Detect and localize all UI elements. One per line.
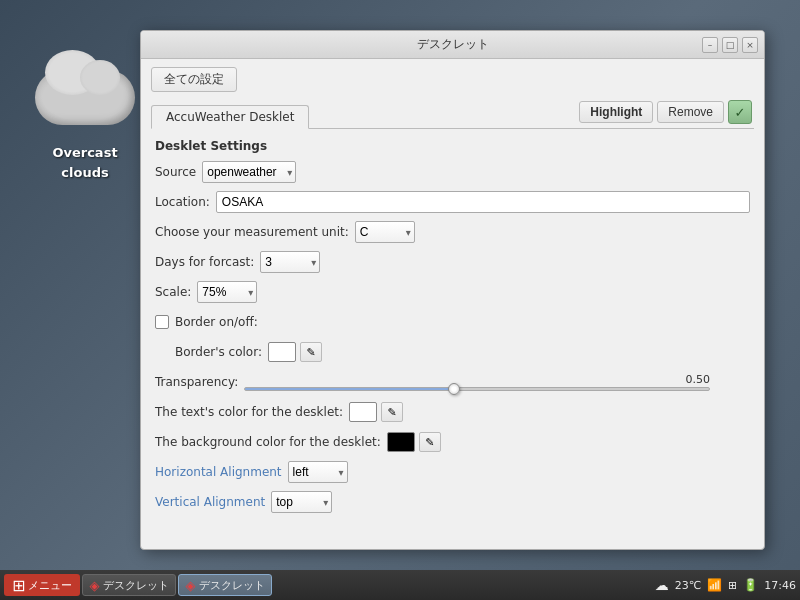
scale-row: Scale: 75% 100% 125% [155,281,750,303]
taskbar-right: ☁ 23℃ 📶 ⊞ 🔋 17:46 [655,577,796,593]
bg-color-row: The background color for the desklet: ✎ [155,431,750,453]
highlight-button[interactable]: Highlight [579,101,653,123]
settings-content: Desklet Settings Source openweather Loca… [151,139,754,513]
border-color-pencil-button[interactable]: ✎ [300,342,322,362]
dialog-body: 全ての設定 AccuWeather Desklet Highlight Remo… [141,59,764,529]
location-row: Location: [155,191,750,213]
measure-select[interactable]: C F [355,221,415,243]
measure-select-wrapper: C F [355,221,415,243]
location-label: Location: [155,195,210,209]
tab-accuweather[interactable]: AccuWeather Desklet [151,105,309,129]
taskbar-network: ⊞ [728,579,737,592]
transparency-slider-thumb[interactable] [448,383,460,395]
border-color-label: Border's color: [175,345,262,359]
scale-select[interactable]: 75% 100% 125% [197,281,257,303]
remove-button[interactable]: Remove [657,101,724,123]
source-select[interactable]: openweather [202,161,296,183]
dialog-titlebar: デスクレット – □ × [141,31,764,59]
border-color-swatch[interactable] [268,342,296,362]
text-color-label: The text's color for the desklet: [155,405,343,419]
pencil-icon: ✎ [306,346,315,359]
bg-color-label: The background color for the desklet: [155,435,381,449]
desktop-widget: Overcast clouds [20,60,150,180]
taskbar-time: 17:46 [764,579,796,592]
border-checkbox[interactable] [155,315,169,329]
check-icon-button[interactable]: ✓ [728,100,752,124]
close-button[interactable]: × [742,37,758,53]
maximize-button[interactable]: □ [722,37,738,53]
h-align-select[interactable]: left center right [288,461,348,483]
bg-color-pencil-button[interactable]: ✎ [419,432,441,452]
transparency-value: 0.50 [244,373,710,386]
days-row: Days for forcast: 3 5 7 [155,251,750,273]
v-align-select-wrapper: top middle bottom [271,491,332,513]
dialog-window: デスクレット – □ × 全ての設定 AccuWeather Desklet H… [140,30,765,550]
measure-row: Choose your measurement unit: C F [155,221,750,243]
h-align-row: Horizontal Alignment left center right [155,461,750,483]
text-color-swatch[interactable] [349,402,377,422]
scale-label: Scale: [155,285,191,299]
weather-text-line1: Overcast [20,145,150,160]
network-icon: 📶 [707,578,722,592]
scale-select-wrapper: 75% 100% 125% [197,281,257,303]
v-align-label: Vertical Alignment [155,495,265,509]
pencil-icon-text: ✎ [387,406,396,419]
days-label: Days for forcast: [155,255,254,269]
taskbar-button-2[interactable]: ◈ デスクレット [178,574,272,596]
all-settings-button[interactable]: 全ての設定 [151,67,237,92]
v-align-row: Vertical Alignment top middle bottom [155,491,750,513]
source-select-wrapper: openweather [202,161,296,183]
transparency-row: Transparency: 0.50 [155,371,750,393]
taskbar-temp: 23℃ [675,579,701,592]
titlebar-controls: – □ × [702,37,758,53]
taskbar-btn1-label: デスクレット [103,578,169,593]
weather-text-line2: clouds [20,165,150,180]
taskbar: ⊞ メニュー ◈ デスクレット ◈ デスクレット ☁ 23℃ 📶 ⊞ 🔋 17:… [0,570,800,600]
tab-bar: AccuWeather Desklet [151,104,579,128]
section-title: Desklet Settings [155,139,750,153]
source-row: Source openweather [155,161,750,183]
menu-label: メニュー [28,578,72,593]
bg-color-swatch[interactable] [387,432,415,452]
border-color-row: Border's color: ✎ [155,341,750,363]
border-label: Border on/off: [175,315,258,329]
dialog-title: デスクレット [417,36,489,53]
days-select-wrapper: 3 5 7 [260,251,320,273]
text-color-row: The text's color for the desklet: ✎ [155,401,750,423]
taskbar-button-1[interactable]: ◈ デスクレット [82,574,176,596]
transparency-label: Transparency: [155,375,238,389]
location-input[interactable] [216,191,750,213]
h-align-select-wrapper: left center right [288,461,348,483]
taskbar-btn2-label: デスクレット [199,578,265,593]
weather-cloud-icon [30,60,140,140]
taskbar-weather-icon: ☁ [655,577,669,593]
desklet-icon-2: ◈ [185,578,195,593]
checkmark-icon: ✓ [735,105,746,120]
days-select[interactable]: 3 5 7 [260,251,320,273]
pencil-icon-bg: ✎ [425,436,434,449]
h-align-label: Horizontal Alignment [155,465,282,479]
text-color-pencil-button[interactable]: ✎ [381,402,403,422]
v-align-select[interactable]: top middle bottom [271,491,332,513]
taskbar-menu-button[interactable]: ⊞ メニュー [4,574,80,596]
source-label: Source [155,165,196,179]
battery-icon: 🔋 [743,578,758,592]
desktop: Overcast clouds デスクレット – □ × 全ての設定 AccuW… [0,0,800,600]
transparency-slider-track [244,387,710,391]
measure-label: Choose your measurement unit: [155,225,349,239]
border-row: Border on/off: [155,311,750,333]
desklet-icon-1: ◈ [89,578,99,593]
minimize-button[interactable]: – [702,37,718,53]
